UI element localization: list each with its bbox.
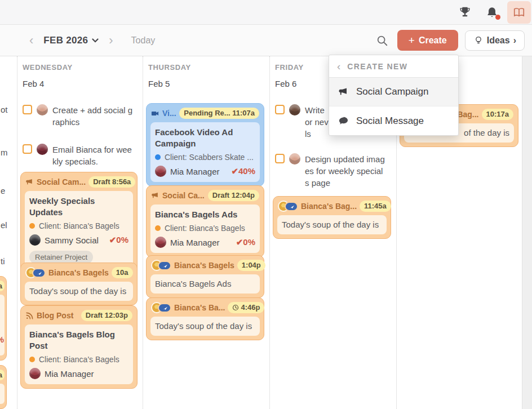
card-body: Bianca's Bagels AdsClient: Bianca's Bage… <box>150 204 260 253</box>
create-button[interactable]: + Create <box>397 30 458 51</box>
clock-icon <box>232 304 239 311</box>
megaphone-icon <box>338 87 349 97</box>
card-header: Vi...Pending Re... 11:07a <box>151 108 259 119</box>
time-badge: 4:46p <box>228 302 264 313</box>
task-checkbox[interactable] <box>275 105 285 114</box>
topbar <box>0 0 532 25</box>
task-label: Write or nev ls <box>305 104 329 140</box>
project-tag: Retainer Project <box>29 251 93 264</box>
card-type-label: Blog Post <box>37 311 73 320</box>
time-badge: a <box>0 370 5 380</box>
card-title: Facebook Video Ad Campaign <box>155 127 255 149</box>
create-menu-back[interactable]: ‹ CREATE NEW <box>329 55 458 78</box>
search-icon[interactable] <box>374 32 391 49</box>
column-separator <box>17 56 17 409</box>
progress-percent: % <box>0 335 4 344</box>
message-text: Today's soup of the day is <box>277 215 387 234</box>
video-icon <box>151 109 159 118</box>
social-profile-avatars <box>151 302 171 313</box>
chevron-right-icon: › <box>513 35 516 46</box>
progress-percent: ✔40% <box>231 166 255 176</box>
megaphone-icon <box>151 192 159 200</box>
calendar-header: ‹ FEB 2026 › Today + Create Ideas › <box>0 25 532 56</box>
clipped-task-text: el <box>1 220 7 230</box>
prev-week-button[interactable]: ‹ <box>24 34 39 47</box>
task-checkbox[interactable] <box>23 144 32 154</box>
book-icon[interactable] <box>507 1 531 24</box>
message-text: Today's soup of the day is <box>25 282 133 301</box>
card-body <box>0 384 5 404</box>
message-card[interactable]: Bianca's Ba...4:46pToday's soup of the d… <box>146 297 264 340</box>
task-item[interactable]: Write or nev ls <box>275 104 329 140</box>
lightbulb-icon <box>473 35 484 46</box>
card-header: Bianca's Bagels1:04p <box>151 260 259 271</box>
task-label: Create + add social g raphics <box>52 104 132 128</box>
menu-item-social-message[interactable]: Social Message <box>329 106 458 135</box>
client-row: Client: Bianca's Bagels <box>29 221 128 230</box>
message-card[interactable]: Bianca's Bagels1:04pBianca's Bagels Ads <box>146 255 264 298</box>
clipped-task-text: m <box>1 148 8 157</box>
task-item[interactable]: Create + add social g raphics <box>23 104 132 128</box>
campaign-card[interactable]: Social Cam...Draft 8:56aWeekly Specials … <box>20 172 138 273</box>
task-item[interactable]: Email Bianca for wee kly specials. <box>23 144 132 167</box>
clipped-card[interactable]: a <box>0 365 7 409</box>
avatar <box>289 104 300 115</box>
card-header: Social Ca...Draft 12:04p <box>151 190 259 201</box>
task-label: Email Bianca for wee kly specials. <box>52 144 132 167</box>
create-menu: ‹ CREATE NEW Social Campaign Social Mess… <box>329 55 459 136</box>
task-label: Design updated imag es for weekly specia… <box>305 153 385 189</box>
status-time-badge: Draft 12:03p <box>81 310 132 321</box>
card-header: Social Cam...Draft 8:56a <box>25 176 132 188</box>
task-item[interactable]: Design updated imag es for weekly specia… <box>275 153 385 189</box>
message-card[interactable]: Bianca's Bagels10aToday's soup of the da… <box>20 263 138 305</box>
campaign-card[interactable]: Vi...Pending Re... 11:07aFacebook Video … <box>146 103 264 186</box>
avatar <box>37 144 48 155</box>
clipped-task-text: ti <box>1 256 5 266</box>
card-header: Bianca's Ba...4:46p <box>151 302 259 313</box>
card-body: Bianca's Bagels Blog PostClient: Bianca'… <box>25 324 133 384</box>
next-week-button[interactable]: › <box>103 34 118 47</box>
task-checkbox[interactable] <box>275 154 285 163</box>
campaign-card[interactable]: Social Ca...Draft 12:04pBianca's Bagels … <box>146 185 264 257</box>
menu-item-social-campaign[interactable]: Social Campaign <box>329 78 458 106</box>
task-checkbox[interactable] <box>23 105 32 114</box>
progress-percent: ✔0% <box>109 235 128 245</box>
social-network-icon <box>32 268 46 278</box>
assignee-name: Sammy Social <box>45 235 99 245</box>
clipped-card[interactable]: a% <box>0 276 7 361</box>
message-card[interactable]: Bianca's Bag...11:45aToday's soup of the… <box>273 196 391 239</box>
time-badge: 10:17a <box>482 109 513 120</box>
clipped-task-text: ot <box>1 105 8 114</box>
profile-name-label: Bianca's Ba... <box>174 303 225 312</box>
avatar <box>289 153 300 165</box>
header-actions: + Create Ideas › <box>374 30 525 51</box>
chevron-down-icon <box>92 38 99 43</box>
campaign-card[interactable]: Blog PostDraft 12:03pBianca's Bagels Blo… <box>20 305 138 389</box>
avatar <box>155 166 166 177</box>
social-network-icon <box>285 202 298 211</box>
day-date-label: Feb 5 <box>148 79 170 88</box>
bell-icon[interactable] <box>480 1 504 24</box>
card-header: Bianca's Bagels10a <box>25 267 132 278</box>
profile-name-label: Bianca's Bagels <box>174 261 234 270</box>
client-label: Client: Bianca's Bagels <box>39 355 119 364</box>
time-badge: 11:45a <box>360 201 391 212</box>
column-separator <box>143 56 143 409</box>
assignee-row: Mia Manager✔0% <box>155 237 255 248</box>
assignee-name: Mia Manager <box>170 238 220 247</box>
chevron-left-icon: ‹ <box>337 61 340 72</box>
day-weekday-label: FRIDAY <box>275 63 304 72</box>
time-badge: a <box>0 281 5 291</box>
social-profile-avatars <box>151 260 171 271</box>
vertical-scrollbar[interactable] <box>522 56 532 409</box>
trophy-icon[interactable] <box>453 1 477 24</box>
plus-icon: + <box>409 35 415 46</box>
day-column-thursday: THURSDAYFeb 5Vi...Pending Re... 11:07aFa… <box>146 56 264 409</box>
ideas-button[interactable]: Ideas › <box>465 30 525 51</box>
social-profile-avatars <box>25 267 46 278</box>
status-time-badge: Draft 8:56a <box>88 176 135 188</box>
today-button[interactable]: Today <box>131 35 156 46</box>
card-title: Weekly Specials Updates <box>29 195 128 218</box>
month-dropdown[interactable]: FEB 2026 <box>43 35 99 46</box>
status-time-badge: Pending Re... 11:07a <box>179 108 259 119</box>
